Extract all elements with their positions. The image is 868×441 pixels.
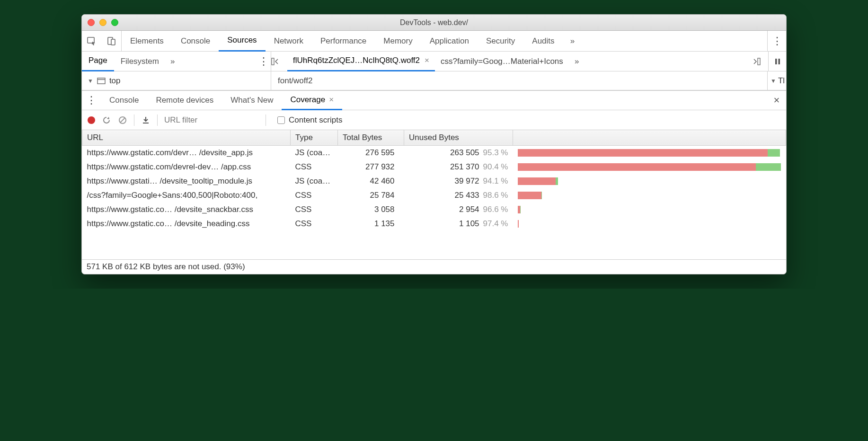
cell-url: https://www.gstatic.com/devr… /devsite_a… [82, 146, 291, 160]
cell-usage-bar [513, 174, 786, 188]
clear-icon[interactable] [118, 115, 127, 125]
toolbar-divider [266, 115, 266, 126]
cell-unused-bytes: 1 10597.4 % [404, 217, 513, 231]
checkbox-icon [277, 116, 285, 124]
cell-url: https://www.gstatic.co… /devsite_heading… [82, 217, 291, 231]
right-gutter-label: Tl [778, 76, 785, 86]
page-tree-root[interactable]: ▼ top [82, 71, 271, 90]
cell-total-bytes: 3 058 [338, 203, 404, 217]
file-tab[interactable]: flUhRq6tzZclQEJ…NcIhQ8tQ.woff2× [287, 52, 435, 71]
cell-unused-bytes: 251 37090.4 % [404, 160, 513, 174]
leftpane-tab-filesystem[interactable]: Filesystem [114, 52, 166, 71]
drawer-tab-console[interactable]: Console [101, 90, 147, 110]
pause-script-icon[interactable] [768, 52, 786, 71]
svg-rect-2 [111, 39, 115, 45]
col-total-header[interactable]: Total Bytes [338, 130, 404, 146]
export-icon[interactable] [141, 115, 151, 125]
cell-usage-bar [513, 203, 786, 217]
main-tab-audits[interactable]: Audits [523, 31, 563, 52]
row-nav-files: PageFilesystem » ⋮ flUhRq6tzZclQEJ…NcIhQ… [82, 52, 786, 71]
drawer-tab-remote-devices[interactable]: Remote devices [147, 90, 222, 110]
main-tab-application[interactable]: Application [421, 31, 478, 52]
main-tab-console[interactable]: Console [172, 31, 219, 52]
table-row[interactable]: https://www.gstati… /devsite_tooltip_mod… [82, 174, 786, 188]
cell-total-bytes: 276 595 [338, 146, 404, 160]
content-info: font/woff2 [271, 71, 767, 90]
row-tree-content: ▼ top font/woff2 ▼ Tl [82, 71, 786, 90]
table-empty-space [82, 231, 786, 259]
content-scripts-checkbox[interactable]: Content scripts [277, 115, 342, 125]
left-pane-menu-icon[interactable]: ⋮ [257, 55, 271, 68]
record-button[interactable] [88, 116, 95, 124]
url-filter-input[interactable]: URL filter [164, 115, 259, 125]
col-url-header[interactable]: URL [82, 130, 291, 146]
cell-total-bytes: 1 135 [338, 217, 404, 231]
titlebar: DevTools - web.dev/ [82, 15, 786, 31]
main-tab-memory[interactable]: Memory [375, 31, 421, 52]
close-icon[interactable]: × [329, 95, 334, 105]
table-header-row: URL Type Total Bytes Unused Bytes [82, 130, 786, 146]
main-tab-sources[interactable]: Sources [219, 31, 265, 52]
file-tab-label: css?family=Goog…Material+Icons [441, 57, 563, 66]
drawer-close-icon[interactable]: × [767, 94, 786, 106]
status-bar: 571 KB of 612 KB bytes are not used. (93… [82, 259, 786, 274]
cell-type: CSS [291, 160, 338, 174]
cell-url: https://www.gstatic.co… /devsite_snackba… [82, 203, 291, 217]
drawer-tab-coverage[interactable]: Coverage× [282, 90, 342, 110]
svg-rect-4 [758, 58, 760, 65]
cell-total-bytes: 42 460 [338, 174, 404, 188]
main-tab-network[interactable]: Network [266, 31, 312, 52]
col-type-header[interactable]: Type [291, 130, 338, 146]
toolbar-divider [134, 115, 134, 126]
svg-rect-6 [778, 59, 780, 64]
minimize-window-button[interactable] [99, 19, 106, 26]
table-row[interactable]: https://www.gstatic.co… /devsite_heading… [82, 217, 786, 231]
right-gutter: ▼ Tl [767, 71, 786, 90]
cell-unused-bytes: 263 50595.3 % [404, 146, 513, 160]
cell-total-bytes: 25 784 [338, 188, 404, 203]
cell-type: JS (coa… [291, 174, 338, 188]
left-pane-overflow-icon[interactable]: » [166, 57, 179, 66]
main-tab-performance[interactable]: Performance [312, 31, 375, 52]
coverage-table: URL Type Total Bytes Unused Bytes https:… [82, 130, 786, 231]
window-frame-icon [97, 78, 106, 84]
main-tabs-overflow-icon[interactable]: » [563, 36, 582, 46]
drawer-tabs-menu-icon[interactable]: ⋮ [82, 94, 101, 106]
file-tab[interactable]: css?family=Goog…Material+Icons [435, 52, 569, 71]
left-pane-tabs: PageFilesystem » ⋮ [82, 52, 271, 71]
drawer-tab-what-s-new[interactable]: What's New [222, 90, 282, 110]
collapse-triangle-icon[interactable]: ▼ [771, 78, 776, 84]
col-bar-header[interactable] [513, 130, 786, 146]
drawer-tab-label: Coverage [290, 95, 325, 105]
fullscreen-window-button[interactable] [111, 19, 118, 26]
reload-icon[interactable] [102, 115, 111, 125]
table-row[interactable]: https://www.gstatic.com/devr… /devsite_a… [82, 146, 786, 160]
cell-total-bytes: 277 932 [338, 160, 404, 174]
devtools-window: DevTools - web.dev/ ElementsConsoleSourc… [81, 14, 787, 274]
file-tab-label: flUhRq6tzZclQEJ…NcIhQ8tQ.woff2 [293, 56, 420, 65]
close-icon[interactable]: × [425, 56, 429, 65]
cell-usage-bar [513, 160, 786, 174]
svg-rect-3 [272, 58, 274, 65]
main-tab-elements[interactable]: Elements [122, 31, 172, 52]
file-tabs-next-icon[interactable] [752, 58, 768, 65]
cell-usage-bar [513, 146, 786, 160]
coverage-toolbar: URL filter Content scripts [82, 110, 786, 130]
toggle-device-toolbar-icon[interactable] [102, 31, 122, 52]
main-tab-security[interactable]: Security [478, 31, 523, 52]
table-row[interactable]: https://www.gstatic.co… /devsite_snackba… [82, 203, 786, 217]
cell-url: /css?family=Google+Sans:400,500|Roboto:4… [82, 188, 291, 203]
inspect-element-icon[interactable] [82, 31, 102, 52]
cell-type: JS (coa… [291, 146, 338, 160]
settings-menu-icon[interactable]: ⋮ [767, 31, 786, 52]
file-tabs-overflow-icon[interactable]: » [569, 57, 585, 66]
leftpane-tab-page[interactable]: Page [82, 52, 114, 71]
table-row[interactable]: /css?family=Google+Sans:400,500|Roboto:4… [82, 188, 786, 203]
cell-usage-bar [513, 188, 786, 203]
close-window-button[interactable] [88, 19, 95, 26]
file-tabs-prev-icon[interactable] [271, 58, 287, 65]
table-row[interactable]: https://www.gstatic.com/devrel-dev… /app… [82, 160, 786, 174]
col-unused-header[interactable]: Unused Bytes [404, 130, 513, 146]
tree-root-label: top [109, 76, 121, 86]
drawer-tab-label: Remote devices [156, 96, 213, 105]
